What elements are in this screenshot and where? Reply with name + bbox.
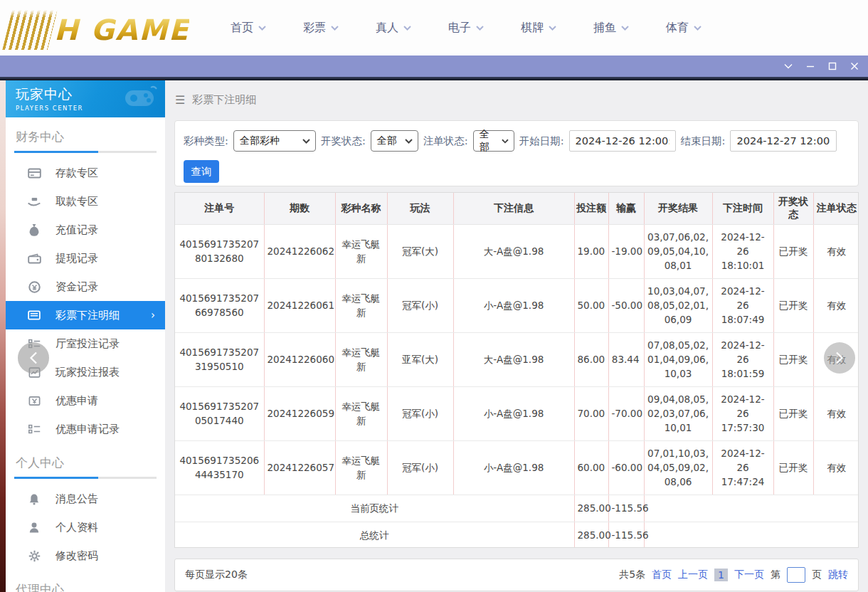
- chevron-down-icon: [331, 26, 339, 31]
- total-count-label: 共5条: [619, 569, 645, 581]
- table-scroll-right-button[interactable]: [824, 342, 855, 374]
- jump-suffix-label: 页: [812, 569, 822, 581]
- next-page-link[interactable]: 下一页: [734, 569, 764, 581]
- end-date-label: 结束日期:: [681, 134, 726, 148]
- column-header: 彩种名称: [335, 193, 387, 224]
- search-button[interactable]: 查询: [184, 160, 219, 183]
- start-date-input[interactable]: [569, 130, 676, 152]
- window-minimize-icon[interactable]: [799, 56, 821, 77]
- hamburger-icon[interactable]: ☰: [175, 93, 185, 107]
- nav-item-home[interactable]: 首页: [215, 21, 287, 36]
- nav-item-sports[interactable]: 体育: [650, 21, 723, 36]
- table-cell: 冠军(大): [387, 224, 453, 278]
- nav-item-cards[interactable]: 棋牌: [505, 21, 578, 36]
- sidebar-item-promo-apply[interactable]: 优惠申请: [6, 386, 165, 415]
- summary-cell: [644, 522, 859, 548]
- sidebar-item-recharge-record[interactable]: 充值记录: [6, 216, 165, 244]
- table-cell: 冠军(小): [387, 386, 453, 440]
- nav-item-live[interactable]: 真人: [360, 21, 433, 36]
- table-cell: 401569173520705017440: [175, 386, 264, 440]
- summary-cell: -115.56: [608, 495, 644, 522]
- hand-money-icon: [27, 194, 41, 208]
- sidebar-item-profile[interactable]: 个人资料: [6, 513, 165, 541]
- table-cell: -19.00: [608, 224, 644, 278]
- table-cell: 07,01,10,03,04,05,09,02,08,06: [644, 440, 712, 495]
- current-page-badge: 1: [714, 569, 728, 581]
- site-logo[interactable]: H GAME: [7, 6, 189, 50]
- table-cell: 已开奖: [773, 278, 813, 332]
- page-jump-input[interactable]: [787, 567, 805, 583]
- table-cell: 幸运飞艇新: [335, 278, 387, 332]
- sidebar-item-messages[interactable]: 消息公告: [6, 485, 165, 513]
- bet-detail-table-card: 注单号期数彩种名称玩法下注信息投注额输赢开奖结果下注时间开奖状态注单状态 401…: [174, 192, 859, 548]
- sidebar-collapse-button[interactable]: [18, 342, 49, 374]
- summary-cell: 285.00: [574, 495, 608, 522]
- window-chevron-down-icon[interactable]: [777, 56, 799, 77]
- filter-panel: 彩种类型: 全部彩种 开奖状态: 全部 注单状态: 全部 开始日期: 结束日期:…: [174, 120, 859, 186]
- table-cell: 2024-12-26 17:57:30: [712, 386, 773, 440]
- jump-button[interactable]: 跳转: [828, 569, 848, 581]
- window-maximize-icon[interactable]: [821, 56, 843, 77]
- column-header: 投注额: [574, 193, 608, 224]
- finance-menu: 存款专区 取款专区 充值记录 提现记录 资金记录 彩票下注明细 › 厅室投注记录: [6, 153, 165, 443]
- table-row: 40156917352073195051020241226060幸运飞艇新亚军(…: [175, 332, 859, 386]
- chevron-down-icon: [405, 139, 413, 144]
- sidebar-item-lottery-bet-detail[interactable]: 彩票下注明细 ›: [6, 301, 165, 329]
- table-cell: 07,08,05,02,01,04,09,06,10,03: [644, 332, 712, 386]
- table-cell: 86.00: [574, 332, 608, 386]
- start-date-label: 开始日期:: [519, 134, 564, 148]
- sidebar-item-withdraw[interactable]: 取款专区: [6, 187, 165, 216]
- table-cell: 2024-12-26 17:47:24: [712, 440, 773, 495]
- table-cell: 2024-12-26 18:01:59: [712, 332, 773, 386]
- nav-item-slots[interactable]: 电子: [433, 21, 505, 36]
- table-cell: 有效: [813, 440, 859, 495]
- nav-item-fishing[interactable]: 捕鱼: [578, 21, 650, 36]
- table-cell: 70.00: [574, 386, 608, 440]
- table-cell: 小-A盘@1.98: [453, 278, 574, 332]
- section-heading-personal: 个人中心: [16, 455, 155, 471]
- summary-cell: 当前页统计: [175, 495, 574, 522]
- bet-status-label: 注单状态:: [423, 134, 468, 148]
- table-cell: 2024-12-26 18:07:49: [712, 278, 773, 332]
- sidebar-item-funds-record[interactable]: 资金记录: [6, 273, 165, 301]
- main-content: ☰ 彩票下注明细 彩种类型: 全部彩种 开奖状态: 全部 注单状态: 全部 开始…: [165, 80, 868, 592]
- table-cell: -50.00: [608, 278, 644, 332]
- summary-cell: 285.00: [574, 522, 608, 548]
- table-cell: 已开奖: [773, 440, 813, 495]
- prev-page-link[interactable]: 上一页: [678, 569, 708, 581]
- nav-item-lottery[interactable]: 彩票: [287, 21, 360, 36]
- table-cell: 20241226060: [264, 332, 335, 386]
- table-cell: 已开奖: [773, 386, 813, 440]
- sidebar-item-deposit[interactable]: 存款专区: [6, 159, 165, 187]
- page-size-label: 每页显示20条: [185, 569, 248, 581]
- table-cell: 20241226061: [264, 278, 335, 332]
- first-page-link[interactable]: 首页: [652, 569, 672, 581]
- sidebar-item-change-password[interactable]: 修改密码: [6, 541, 165, 570]
- chevron-down-icon: [403, 26, 411, 31]
- column-header: 输赢: [608, 193, 644, 224]
- table-cell: 大-A盘@1.98: [453, 224, 574, 278]
- column-header: 下注信息: [453, 193, 574, 224]
- table-cell: 幸运飞艇新: [335, 386, 387, 440]
- bet-status-select[interactable]: 全部: [473, 130, 514, 152]
- sidebar: 玩家中心 PLAYERS CENTER 财务中心 存款专区 取款专区 充值记录 …: [6, 80, 165, 592]
- sidebar-item-promo-apply-record[interactable]: 优惠申请记录: [6, 415, 165, 443]
- lottery-type-select[interactable]: 全部彩种: [233, 130, 316, 152]
- table-cell: 冠军(小): [387, 278, 453, 332]
- column-header: 开奖状态: [773, 193, 813, 224]
- table-cell: 401569173520766978560: [175, 278, 264, 332]
- table-cell: 401569173520644435170: [175, 440, 264, 495]
- chevron-down-icon: [621, 26, 629, 31]
- summary-cell: -115.56: [608, 522, 644, 548]
- sidebar-item-withdrawal-record[interactable]: 提现记录: [6, 244, 165, 273]
- table-cell: 50.00: [574, 278, 608, 332]
- table-cell: 有效: [813, 224, 859, 278]
- draw-status-select[interactable]: 全部: [371, 130, 418, 152]
- table-cell: 幸运飞艇新: [335, 440, 387, 495]
- end-date-input[interactable]: [730, 130, 837, 152]
- jump-prefix-label: 第: [771, 569, 780, 581]
- section-heading-finance: 财务中心: [16, 129, 155, 145]
- table-cell: 幸运飞艇新: [335, 332, 387, 386]
- gear-icon: [27, 549, 41, 563]
- window-close-icon[interactable]: [843, 56, 865, 77]
